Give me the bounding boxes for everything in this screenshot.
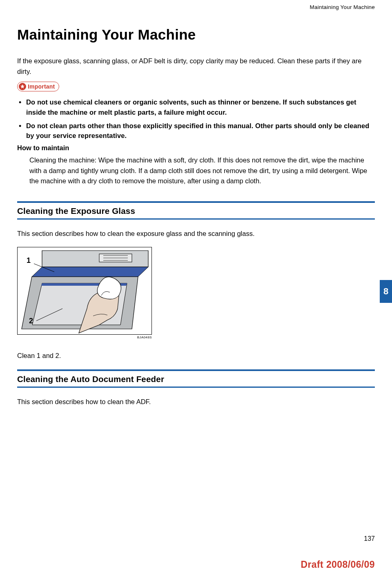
exposure-diagram-wrap: 1 2 BJA048S (17, 247, 375, 339)
fig-label-2: 2 (29, 317, 33, 325)
star-icon (19, 83, 26, 90)
chapter-tab: 8 (380, 280, 392, 303)
page-number: 137 (364, 535, 375, 542)
important-label: Important (28, 83, 55, 90)
svg-marker-5 (32, 267, 148, 277)
exposure-caption: Clean 1 and 2. (17, 351, 375, 361)
draft-stamp: Draft 2008/06/09 (301, 559, 375, 570)
fig-label-1: 1 (27, 256, 31, 265)
exposure-diagram: 1 2 (17, 247, 152, 335)
exposure-desc: This section describes how to clean the … (17, 229, 375, 239)
important-item-1: Do not use chemical cleaners or organic … (26, 97, 375, 118)
howto-heading: How to maintain (17, 144, 375, 152)
important-badge: Important (17, 82, 59, 91)
figure-id: BJA048S (17, 335, 152, 339)
page-title: Maintaining Your Machine (17, 27, 375, 43)
intro-paragraph: If the exposure glass, scanning glass, o… (17, 56, 375, 77)
important-item-2: Do not clean parts other than those expl… (26, 121, 375, 141)
section-exposure: Cleaning the Exposure Glass (17, 201, 375, 220)
svg-marker-0 (42, 251, 148, 267)
adf-desc: This section describes how to clean the … (17, 397, 375, 407)
running-header: Maintaining Your Machine (17, 3, 375, 27)
exposure-heading: Cleaning the Exposure Glass (17, 203, 375, 218)
howto-body: Cleaning the machine: Wipe the machine w… (17, 155, 375, 187)
section-adf: Cleaning the Auto Document Feeder (17, 369, 375, 388)
important-list: Do not use chemical cleaners or organic … (17, 97, 375, 141)
adf-heading: Cleaning the Auto Document Feeder (17, 371, 375, 387)
